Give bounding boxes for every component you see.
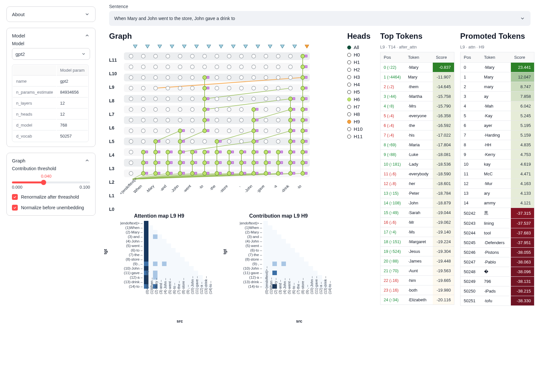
token-marker-icon[interactable] — [215, 45, 227, 48]
sentence-label: Sentence — [109, 4, 531, 9]
cell-pos: 12 — [461, 179, 481, 189]
svg-point-316 — [252, 161, 256, 165]
heads-item-all[interactable]: All — [347, 45, 374, 50]
heads-item-h1[interactable]: H1 — [347, 59, 374, 65]
about-card[interactable]: About — [6, 6, 96, 22]
token-label: ·went — [180, 184, 192, 196]
token-marker-icon[interactable] — [276, 45, 289, 48]
token-label: ·drink — [278, 184, 290, 196]
token-marker-icon[interactable] — [178, 45, 190, 48]
cell-score: -11.907 — [433, 72, 454, 82]
contribution-map[interactable]: Contribution map L9 H9 tgt |endoftext|> … — [228, 213, 329, 324]
heads-item-h6[interactable]: H6 — [347, 97, 374, 102]
svg-rect-498 — [268, 225, 272, 230]
token-marker-icon[interactable] — [154, 45, 166, 48]
svg-point-221 — [264, 118, 268, 122]
cell-token: ·John — [405, 198, 432, 208]
heads-item-h3[interactable]: H3 — [347, 74, 374, 80]
cell-token: mary — [481, 82, 511, 92]
top-tokens-title: Top Tokens — [380, 32, 454, 41]
heads-item-h8[interactable]: H8 — [347, 111, 374, 117]
heads-item-h10[interactable]: H10 — [347, 126, 374, 132]
token-marker-icon[interactable] — [264, 45, 276, 48]
token-marker-icon[interactable] — [129, 45, 141, 48]
token-label: ·a — [266, 184, 278, 196]
heads-item-h2[interactable]: H2 — [347, 67, 374, 72]
cell-pos: 19 (↑524) — [380, 247, 405, 256]
heads-item-h11[interactable]: H11 — [347, 134, 374, 139]
svg-rect-389 — [171, 253, 176, 257]
token-marker-icon[interactable] — [227, 45, 239, 48]
head-label: All — [354, 45, 359, 50]
svg-rect-427 — [171, 271, 176, 275]
table-row: 24 (↑34)·Elizabeth-20.116 — [380, 295, 454, 305]
table-row: 10 (↑181)·Lady-18.536 — [380, 160, 454, 169]
svg-point-179 — [215, 97, 219, 101]
cell-token: ·Harding — [481, 130, 511, 140]
heads-item-h5[interactable]: H5 — [347, 89, 374, 95]
svg-rect-415 — [167, 266, 171, 271]
svg-point-123 — [154, 65, 157, 69]
attention-map[interactable]: Attention map L9 H9 tgt |endoftext|> –(1… — [109, 213, 209, 324]
token-label: ·John — [168, 184, 180, 196]
svg-rect-311 — [219, 161, 221, 164]
token-marker-icon[interactable] — [289, 45, 301, 48]
token-marker-icon[interactable] — [141, 45, 154, 48]
heads-item-h4[interactable]: H4 — [347, 82, 374, 87]
token-label: ·the — [205, 184, 217, 196]
token-marker-icon[interactable] — [301, 45, 313, 48]
heads-item-h7[interactable]: H7 — [347, 104, 374, 109]
renormalize-checkbox[interactable] — [12, 194, 18, 200]
cell-token: tool — [481, 228, 511, 238]
model-card-header[interactable]: Model — [12, 33, 90, 38]
heatmap-y-label: (12)·a – — [230, 275, 262, 280]
cell-token: ·Pablo — [481, 257, 511, 267]
svg-point-164 — [239, 86, 243, 90]
cell-pos: 14 (↑108) — [380, 198, 405, 208]
svg-rect-416 — [171, 266, 176, 271]
table-row: namegpt2 — [13, 76, 88, 87]
sentence-expander[interactable]: When Mary and John went to the store, Jo… — [109, 11, 531, 26]
svg-point-204 — [289, 108, 292, 111]
head-label: H5 — [354, 89, 360, 95]
svg-point-283 — [227, 150, 231, 154]
svg-rect-296 — [305, 151, 307, 153]
svg-rect-257 — [219, 140, 221, 142]
svg-point-162 — [215, 86, 219, 90]
table-row: 50251·tofu-38.330 — [461, 296, 534, 306]
layer-label: L3 — [109, 163, 117, 174]
svg-point-275 — [178, 150, 182, 154]
svg-rect-357 — [148, 225, 153, 230]
cell-pos: 0 — [461, 63, 481, 72]
threshold-slider[interactable] — [12, 181, 90, 183]
normalize-checkbox[interactable] — [12, 205, 18, 211]
svg-point-110 — [190, 54, 194, 58]
svg-rect-368 — [157, 239, 162, 243]
graph-viz[interactable]: L11L10L9L8L7L6L5L4L3L2L1L0 <|endoftext|>… — [122, 45, 329, 207]
svg-rect-436 — [157, 275, 162, 280]
heatmap-y-label: (3)·and – — [230, 234, 262, 239]
svg-rect-480 — [144, 239, 148, 243]
heads-item-h0[interactable]: H0 — [347, 52, 374, 57]
svg-point-231 — [178, 129, 182, 133]
cell-pos: 50245 — [461, 238, 481, 248]
cell-score: -19.980 — [433, 285, 454, 295]
cell-token: ·Pistons — [481, 248, 511, 257]
sidebar: About Model Model gpt2 — [0, 0, 101, 392]
graph-card-header[interactable]: Graph — [12, 158, 90, 163]
cell-score: -17.804 — [433, 140, 454, 150]
cell-token: ·Mrs — [405, 101, 432, 111]
token-marker-icon[interactable] — [190, 45, 203, 48]
svg-rect-559 — [299, 266, 304, 271]
head-label: H10 — [354, 126, 363, 132]
token-marker-icon[interactable] — [252, 45, 264, 48]
token-marker-icon[interactable] — [203, 45, 215, 48]
heads-item-h9[interactable]: H9 — [347, 119, 374, 124]
heatmap-y-label: (14)·to – — [230, 284, 262, 289]
svg-rect-413 — [157, 266, 162, 271]
token-marker-icon[interactable] — [166, 45, 178, 48]
svg-rect-346 — [256, 172, 258, 174]
token-marker-icon[interactable] — [239, 45, 252, 48]
svg-marker-7 — [219, 45, 223, 48]
model-select[interactable]: gpt2 — [12, 48, 90, 60]
